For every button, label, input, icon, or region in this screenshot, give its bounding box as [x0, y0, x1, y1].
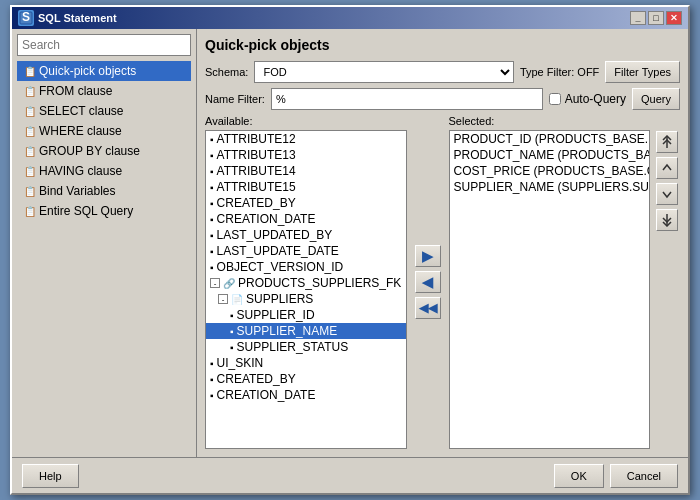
selected-list[interactable]: PRODUCT_ID (PRODUCTS_BASE.PRODUCT... PRO… [449, 130, 651, 449]
name-filter-label: Name Filter: [205, 93, 265, 105]
column-icon: ▪ [230, 326, 234, 337]
left-panel: 📋 Quick-pick objects 📋 FROM clause 📋 SEL… [12, 29, 197, 457]
list-item[interactable]: - 📄 SUPPLIERS [206, 291, 406, 307]
maximize-btn[interactable]: □ [648, 11, 664, 25]
available-list[interactable]: ▪ ATTRIBUTE12 ▪ ATTRIBUTE13 ▪ ATTRIBUTE1… [205, 130, 407, 449]
table-icon: 📄 [231, 294, 243, 305]
title-bar-left: S SQL Statement [18, 10, 117, 26]
nav-icon-4: 📋 [24, 146, 36, 157]
column-icon: ▪ [210, 150, 214, 161]
sidebar-item-where[interactable]: 📋 WHERE clause [17, 121, 191, 141]
list-item[interactable]: ▪ UI_SKIN [206, 355, 406, 371]
arrow-buttons-container: ▶ ◀ ◀◀ [411, 115, 445, 449]
nav-icon-5: 📋 [24, 166, 36, 177]
sidebar-item-groupby[interactable]: 📋 GROUP BY clause [17, 141, 191, 161]
column-icon: ▪ [210, 390, 214, 401]
column-icon: ▪ [210, 262, 214, 273]
folder-icon: 🔗 [223, 278, 235, 289]
list-item[interactable]: ▪ CREATION_DATE [206, 211, 406, 227]
nav-icon-1: 📋 [24, 86, 36, 97]
list-item[interactable]: ▪ ATTRIBUTE14 [206, 163, 406, 179]
name-filter-input[interactable] [271, 88, 543, 110]
list-item-selected[interactable]: ▪ SUPPLIER_NAME [206, 323, 406, 339]
move-right-btn[interactable]: ▶ [415, 245, 441, 267]
filter-types-btn[interactable]: Filter Types [605, 61, 680, 83]
nav-icon-3: 📋 [24, 126, 36, 137]
sidebar-item-from[interactable]: 📋 FROM clause [17, 81, 191, 101]
list-item[interactable]: ▪ ATTRIBUTE13 [206, 147, 406, 163]
selected-item[interactable]: PRODUCT_ID (PRODUCTS_BASE.PRODUCT... [450, 131, 650, 147]
selected-item[interactable]: COST_PRICE (PRODUCTS_BASE.COST_PRI... [450, 163, 650, 179]
available-label: Available: [205, 115, 407, 127]
svg-text:S: S [22, 11, 30, 24]
column-icon: ▪ [230, 310, 234, 321]
move-bottom-btn[interactable] [656, 209, 678, 231]
section-title: Quick-pick objects [205, 37, 680, 53]
lists-area: Available: ▪ ATTRIBUTE12 ▪ ATTRIBUTE13 ▪ [205, 115, 680, 449]
nav-icon-0: 📋 [24, 66, 36, 77]
nav-icon-7: 📋 [24, 206, 36, 217]
list-item[interactable]: ▪ ATTRIBUTE15 [206, 179, 406, 195]
move-all-left-btn[interactable]: ◀◀ [415, 297, 441, 319]
move-up-btn[interactable] [656, 157, 678, 179]
move-left-btn[interactable]: ◀ [415, 271, 441, 293]
sidebar-item-having[interactable]: 📋 HAVING clause [17, 161, 191, 181]
tree-toggle[interactable]: - [210, 278, 220, 288]
auto-query-row: Auto-Query [549, 92, 626, 106]
name-filter-row: Name Filter: Auto-Query Query [205, 88, 680, 110]
sort-buttons-container [654, 115, 680, 449]
schema-row: Schema: FOD Type Filter: OFF Filter Type… [205, 61, 680, 83]
query-btn[interactable]: Query [632, 88, 680, 110]
help-btn[interactable]: Help [22, 464, 79, 488]
sidebar-item-select[interactable]: 📋 SELECT clause [17, 101, 191, 121]
title-bar: S SQL Statement _ □ ✕ [12, 7, 688, 29]
window-body: 📋 Quick-pick objects 📋 FROM clause 📋 SEL… [12, 29, 688, 457]
column-icon: ▪ [210, 182, 214, 193]
sidebar-item-entire[interactable]: 📋 Entire SQL Query [17, 201, 191, 221]
ok-btn[interactable]: OK [554, 464, 604, 488]
list-item[interactable]: ▪ OBJECT_VERSION_ID [206, 259, 406, 275]
column-icon: ▪ [230, 342, 234, 353]
list-item[interactable]: ▪ CREATION_DATE [206, 387, 406, 403]
search-input[interactable] [17, 34, 191, 56]
cancel-btn[interactable]: Cancel [610, 464, 678, 488]
schema-select[interactable]: FOD [254, 61, 513, 83]
move-down-btn[interactable] [656, 183, 678, 205]
nav-icon-6: 📋 [24, 186, 36, 197]
column-icon: ▪ [210, 358, 214, 369]
available-section: Available: ▪ ATTRIBUTE12 ▪ ATTRIBUTE13 ▪ [205, 115, 407, 449]
column-icon: ▪ [210, 374, 214, 385]
list-item[interactable]: ▪ ATTRIBUTE12 [206, 131, 406, 147]
column-icon: ▪ [210, 166, 214, 177]
list-item[interactable]: ▪ SUPPLIER_STATUS [206, 339, 406, 355]
column-icon: ▪ [210, 198, 214, 209]
column-icon: ▪ [210, 230, 214, 241]
list-item[interactable]: - 🔗 PRODUCTS_SUPPLIERS_FK [206, 275, 406, 291]
list-item[interactable]: ▪ CREATED_BY [206, 195, 406, 211]
auto-query-label: Auto-Query [565, 92, 626, 106]
move-top-btn[interactable] [656, 131, 678, 153]
window-controls: _ □ ✕ [630, 11, 682, 25]
type-filter-text: Type Filter: OFF [520, 66, 599, 78]
selected-item[interactable]: SUPPLIER_NAME (SUPPLIERS.SUPPLIER_NA... [450, 179, 650, 195]
window-icon: S [18, 10, 34, 26]
selected-section: Selected: PRODUCT_ID (PRODUCTS_BASE.PROD… [449, 115, 651, 449]
minimize-btn[interactable]: _ [630, 11, 646, 25]
list-item[interactable]: ▪ CREATED_BY [206, 371, 406, 387]
nav-icon-2: 📋 [24, 106, 36, 117]
sidebar-item-bind[interactable]: 📋 Bind Variables [17, 181, 191, 201]
tree-toggle[interactable]: - [218, 294, 228, 304]
right-panel: Quick-pick objects Schema: FOD Type Filt… [197, 29, 688, 457]
bottom-bar: Help OK Cancel [12, 457, 688, 493]
list-item[interactable]: ▪ LAST_UPDATED_BY [206, 227, 406, 243]
selected-item[interactable]: PRODUCT_NAME (PRODUCTS_BASE.PRODU... [450, 147, 650, 163]
column-icon: ▪ [210, 214, 214, 225]
list-item[interactable]: ▪ SUPPLIER_ID [206, 307, 406, 323]
window-title: SQL Statement [38, 12, 117, 24]
sidebar-item-quick-pick[interactable]: 📋 Quick-pick objects [17, 61, 191, 81]
bottom-right: OK Cancel [554, 464, 678, 488]
auto-query-checkbox[interactable] [549, 93, 561, 105]
close-btn[interactable]: ✕ [666, 11, 682, 25]
main-window: S SQL Statement _ □ ✕ 📋 Quick-pick objec… [10, 5, 690, 495]
list-item[interactable]: ▪ LAST_UPDATE_DATE [206, 243, 406, 259]
